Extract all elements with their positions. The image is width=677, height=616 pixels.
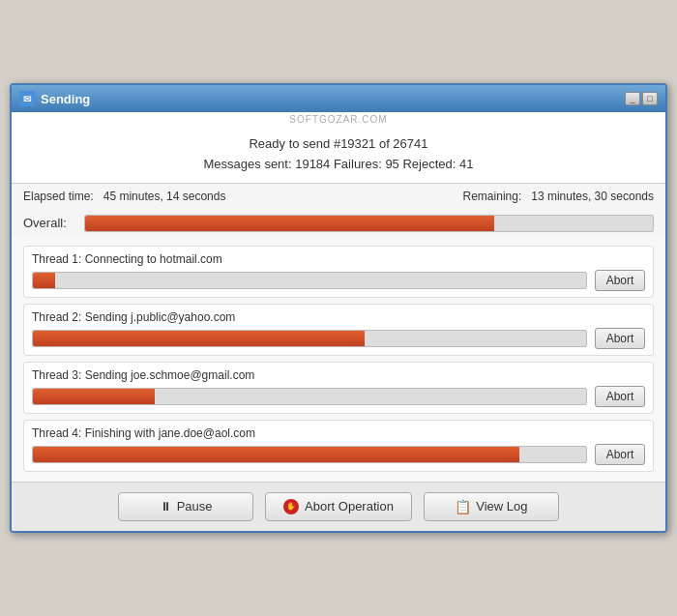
thread-3-row: Abort [32,386,645,407]
thread-4-fill [33,447,519,462]
thread-4-row: Abort [32,444,645,465]
thread-1-fill [33,273,55,288]
remaining-text: Remaining: 13 minutes, 30 seconds [463,190,654,203]
timing-row: Elapsed time: 45 minutes, 14 seconds Rem… [12,184,665,209]
pause-icon: ⏸ [160,500,171,513]
thread-2-fill [33,331,365,346]
pause-label: Pause [177,499,213,513]
thread-1-label: Thread 1: Connecting to hotmail.com [32,252,645,266]
thread-1-progress [32,272,587,289]
watermark: SOFTGOZAR.COM [12,112,665,127]
pause-button[interactable]: ⏸ Pause [118,492,253,521]
abort-thread-4-button[interactable]: Abort [595,444,645,465]
abort-thread-1-button[interactable]: Abort [595,270,645,291]
app-icon: ✉ [19,91,35,106]
abort-operation-label: Abort Operation [305,499,394,513]
overall-row: Overall: [12,209,665,236]
thread-1-row: Abort [32,270,645,291]
thread-block-3: Thread 3: Sending joe.schmoe@gmail.com A… [23,362,654,414]
remaining-label: Remaining: [463,190,522,203]
status-area: Ready to send #19321 of 26741 Messages s… [12,127,665,184]
maximize-button[interactable]: □ [642,92,658,105]
footer: ⏸ Pause ✋ Abort Operation 📋 View Log [12,482,665,531]
thread-block-2: Thread 2: Sending j.public@yahoo.com Abo… [23,304,654,356]
remaining-value: 13 minutes, 30 seconds [531,190,654,203]
threads-area: Thread 1: Connecting to hotmail.com Abor… [12,236,665,482]
thread-block-1: Thread 1: Connecting to hotmail.com Abor… [23,246,654,298]
title-controls: _ □ [625,92,658,105]
abort-operation-button[interactable]: ✋ Abort Operation [265,492,412,521]
overall-progress [84,215,654,232]
elapsed-value: 45 minutes, 14 seconds [103,190,226,203]
elapsed-label: Elapsed time: [23,190,94,203]
thread-3-fill [33,389,155,404]
thread-block-4: Thread 4: Finishing with jane.doe@aol.co… [23,420,654,472]
status-line1: Ready to send #19321 of 26741 [27,134,650,155]
title-bar-left: ✉ Sending [19,91,90,106]
title-bar: ✉ Sending _ □ [12,85,665,112]
overall-progress-fill [85,216,494,231]
window-title: Sending [41,92,90,106]
stop-icon: ✋ [283,499,299,514]
thread-2-label: Thread 2: Sending j.public@yahoo.com [32,310,645,324]
view-log-button[interactable]: 📋 View Log [424,492,559,521]
thread-4-label: Thread 4: Finishing with jane.doe@aol.co… [32,426,645,440]
thread-3-progress [32,388,587,405]
thread-2-progress [32,330,587,347]
abort-thread-3-button[interactable]: Abort [595,386,645,407]
main-window: ✉ Sending _ □ SOFTGOZAR.COM Ready to sen… [10,83,667,533]
overall-label: Overall: [23,216,76,230]
abort-thread-2-button[interactable]: Abort [595,328,645,349]
view-log-label: View Log [476,499,527,513]
elapsed-text: Elapsed time: 45 minutes, 14 seconds [23,190,225,203]
status-line2: Messages sent: 19184 Failures: 95 Reject… [27,155,650,175]
log-icon: 📋 [455,499,470,514]
thread-2-row: Abort [32,328,645,349]
thread-4-progress [32,446,587,463]
minimize-button[interactable]: _ [625,92,640,105]
thread-3-label: Thread 3: Sending joe.schmoe@gmail.com [32,368,645,382]
